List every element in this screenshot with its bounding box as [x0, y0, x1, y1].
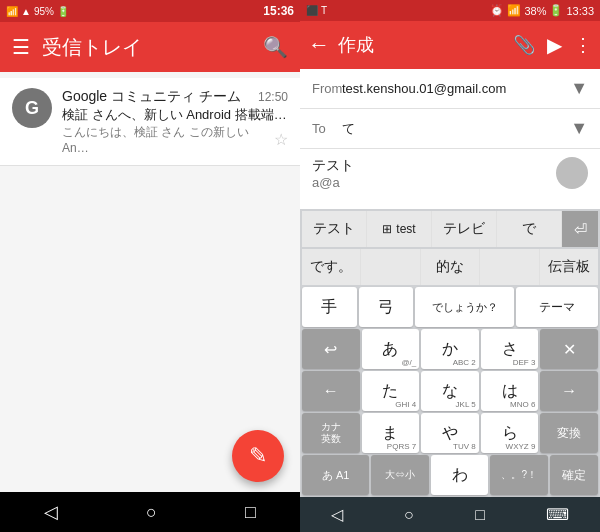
right-status-right: ⏰ 📶 38% 🔋 13:33 — [490, 4, 594, 17]
to-dropdown-icon[interactable]: ▼ — [570, 118, 588, 139]
key-は[interactable]: は MNO 6 — [481, 371, 539, 411]
more-options-icon[interactable]: ⋮ — [574, 34, 592, 56]
key-delete[interactable]: ✕ — [540, 329, 598, 369]
key-でしょうか[interactable]: でしょうか？ — [415, 287, 513, 327]
message-sub: a@a — [312, 175, 588, 190]
suggestions-row-1: テスト ⊞ test テレビ で ⏎ — [302, 211, 598, 247]
keyboard-nav-icon[interactable]: ⌨ — [546, 505, 569, 524]
star-icon[interactable]: ☆ — [274, 130, 288, 149]
suggestion-で[interactable]: で — [497, 211, 561, 247]
email-preview: こんにちは、検証 さん この新しい An… ☆ — [62, 124, 288, 155]
time-right: 13:33 — [566, 5, 594, 17]
battery-icon-right: 🔋 — [549, 4, 563, 17]
hamburger-icon[interactable]: ☰ — [12, 35, 30, 59]
recents-nav-right[interactable]: □ — [475, 506, 485, 524]
key-ら[interactable]: ら WXYZ 9 — [481, 413, 539, 453]
status-icons-left: 📶 ▲ 95% 🔋 — [6, 6, 69, 17]
key-left-arrow[interactable]: ← — [302, 371, 360, 411]
time-left: 15:36 — [263, 4, 294, 18]
to-field[interactable]: To て ▼ — [300, 109, 600, 149]
attach-icon[interactable]: 📎 — [513, 34, 535, 56]
status-bar-right: ⬛ T ⏰ 📶 38% 🔋 13:33 — [300, 0, 600, 21]
email-header: Google コミュニティ チーム 12:50 — [62, 88, 288, 106]
avatar: G — [12, 88, 52, 128]
suggestions-row-2: です。 的な 伝言板 — [302, 249, 598, 285]
key-row-1: 手 弓 でしょうか？ テーマ — [302, 287, 598, 327]
keyboard: テスト ⊞ test テレビ で ⏎ です。 的な 伝言板 手 弓 でしょうか？… — [300, 209, 600, 497]
back-button[interactable]: ← — [308, 32, 330, 58]
key-a1-toggle[interactable]: あ A1 — [302, 455, 369, 495]
key-row-4: カナ英数 ま PQRS 7 や TUV 8 ら WXYZ 9 変換 — [302, 413, 598, 453]
to-label: To — [312, 121, 342, 136]
suggestion-テスト[interactable]: テスト — [302, 211, 366, 247]
suggestion-的な[interactable]: 的な — [421, 249, 479, 285]
key-row-2: ↩ あ @/_ か ABC 2 さ DEF 3 ✕ — [302, 329, 598, 369]
email-subject: 検証 さんへ、新しい Android 搭載端… — [62, 106, 288, 124]
from-field: From test.kenshou.01@gmail.com ▼ — [300, 69, 600, 109]
preview-text: こんにちは、検証 さん この新しい An… — [62, 124, 274, 155]
key-henkan[interactable]: 変換 — [540, 413, 598, 453]
home-nav-right[interactable]: ○ — [404, 506, 414, 524]
key-か[interactable]: か ABC 2 — [421, 329, 479, 369]
signal-icon: 📶 — [6, 6, 18, 17]
key-row-3: ← た GHI 4 な JKL 5 は MNO 6 → — [302, 371, 598, 411]
app-bar-right: ← 作成 📎 ▶ ⋮ — [300, 21, 600, 69]
key-手[interactable]: 手 — [302, 287, 357, 327]
wifi-icon: ▲ — [21, 6, 31, 17]
key-row-5: あ A1 大⇔小 わ 、。?！ 確定 — [302, 455, 598, 495]
suggestion-テレビ[interactable]: テレビ — [432, 211, 496, 247]
nav-bar-left: ◁ ○ □ — [0, 492, 300, 532]
back-nav-right[interactable]: ◁ — [331, 505, 343, 524]
from-value: test.kenshou.01@gmail.com — [342, 81, 570, 96]
right-panel: ⬛ T ⏰ 📶 38% 🔋 13:33 ← 作成 📎 ▶ ⋮ From test… — [300, 0, 600, 532]
app-bar-left: ☰ 受信トレイ 🔍 — [0, 22, 300, 72]
app-bar-actions: 📎 ▶ ⋮ — [513, 33, 592, 57]
to-value: て — [342, 120, 570, 138]
compose-fab[interactable]: ✎ — [232, 430, 284, 482]
key-size-toggle[interactable]: 大⇔小 — [371, 455, 429, 495]
send-icon[interactable]: ▶ — [547, 33, 562, 57]
email-content: Google コミュニティ チーム 12:50 検証 さんへ、新しい Andro… — [62, 88, 288, 155]
key-な[interactable]: な JKL 5 — [421, 371, 479, 411]
key-punctuation[interactable]: 、。?！ — [490, 455, 548, 495]
compose-body: From test.kenshou.01@gmail.com ▼ To て ▼ … — [300, 69, 600, 209]
key-あ[interactable]: あ @/_ — [362, 329, 420, 369]
left-panel: 📶 ▲ 95% 🔋 15:36 ☰ 受信トレイ 🔍 G Google コミュニテ… — [0, 0, 300, 532]
back-nav-icon[interactable]: ◁ — [44, 501, 58, 523]
from-dropdown-icon[interactable]: ▼ — [570, 78, 588, 99]
email-time: 12:50 — [258, 90, 288, 104]
search-icon[interactable]: 🔍 — [263, 35, 288, 59]
suggestion-enter-icon[interactable]: ⏎ — [562, 211, 598, 247]
key-kana-toggle[interactable]: カナ英数 — [302, 413, 360, 453]
status-icons-right: ⬛ T — [306, 5, 327, 16]
email-item[interactable]: G Google コミュニティ チーム 12:50 検証 さんへ、新しい And… — [0, 78, 300, 166]
nav-bar-right: ◁ ○ □ ⌨ — [300, 497, 600, 532]
compose-title: 作成 — [338, 33, 505, 57]
key-undo[interactable]: ↩ — [302, 329, 360, 369]
suggestion-empty1 — [361, 249, 419, 285]
key-弓[interactable]: 弓 — [359, 287, 414, 327]
home-nav-icon[interactable]: ○ — [146, 502, 157, 523]
key-や[interactable]: や TUV 8 — [421, 413, 479, 453]
battery-pct-right: 38% — [524, 5, 546, 17]
key-テーマ[interactable]: テーマ — [516, 287, 598, 327]
screenshot-icon: ⬛ — [306, 5, 318, 16]
suggestion-伝言板[interactable]: 伝言板 — [540, 249, 598, 285]
compose-message[interactable]: テスト a@a — [300, 149, 600, 209]
battery-icon: 🔋 — [57, 6, 69, 17]
alarm-icon: ⏰ — [490, 4, 504, 17]
suggestion-test[interactable]: ⊞ test — [367, 211, 431, 247]
key-さ[interactable]: さ DEF 3 — [481, 329, 539, 369]
key-right-arrow[interactable]: → — [540, 371, 598, 411]
inbox-title: 受信トレイ — [42, 34, 251, 61]
status-bar-left: 📶 ▲ 95% 🔋 15:36 — [0, 0, 300, 22]
from-label: From — [312, 81, 342, 96]
key-kakutei[interactable]: 確定 — [550, 455, 598, 495]
key-ま[interactable]: ま PQRS 7 — [362, 413, 420, 453]
suggestion-empty2 — [480, 249, 538, 285]
recents-nav-icon[interactable]: □ — [245, 502, 256, 523]
notification-icon: T — [321, 5, 327, 16]
key-た[interactable]: た GHI 4 — [362, 371, 420, 411]
suggestion-です[interactable]: です。 — [302, 249, 360, 285]
key-わ[interactable]: わ — [431, 455, 489, 495]
